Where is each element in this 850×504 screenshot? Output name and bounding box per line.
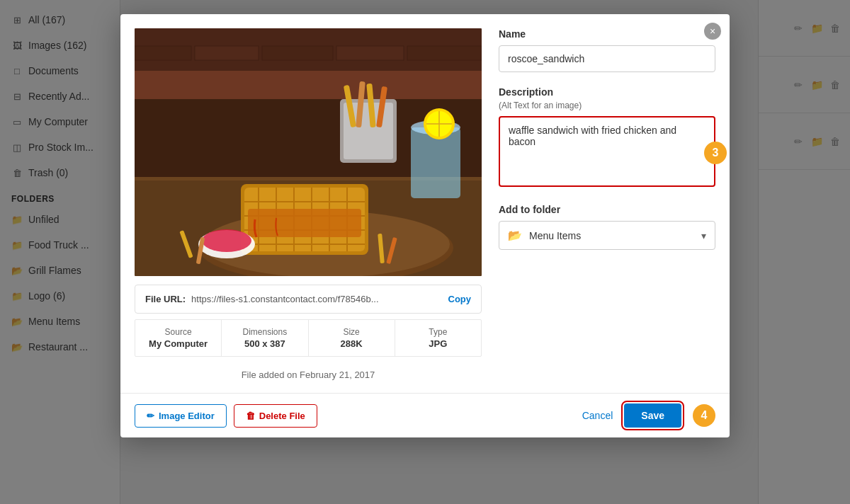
image-editor-button[interactable]: ✏ Image Editor bbox=[135, 404, 227, 428]
footer-left-actions: ✏ Image Editor 🗑 Delete File bbox=[135, 404, 317, 428]
meta-type: Type JPG bbox=[395, 320, 481, 356]
delete-file-button[interactable]: 🗑 Delete File bbox=[234, 404, 317, 428]
type-label: Type bbox=[404, 327, 472, 337]
folder-select-text: Menu Items bbox=[529, 230, 694, 241]
folder-select-wrapper[interactable]: 📂 Menu Items ▾ bbox=[499, 221, 715, 250]
close-icon: × bbox=[710, 25, 715, 37]
size-label: Size bbox=[317, 327, 386, 337]
save-button[interactable]: Save bbox=[624, 403, 681, 428]
description-textarea-wrapper: waffle sandwich with fried chicken and b… bbox=[499, 116, 715, 190]
meta-dimensions: Dimensions 500 x 387 bbox=[222, 320, 308, 356]
meta-size: Size 288K bbox=[309, 320, 395, 356]
folder-select-icon: 📂 bbox=[508, 229, 522, 242]
svg-rect-42 bbox=[135, 28, 482, 71]
modal-right-panel: Name Description (Alt Text for an image)… bbox=[499, 28, 715, 386]
dimensions-label: Dimensions bbox=[230, 327, 299, 337]
food-image bbox=[135, 28, 482, 276]
step-4-badge: 4 bbox=[693, 404, 715, 427]
folder-field-label: Add to folder bbox=[499, 204, 715, 215]
type-value: JPG bbox=[404, 338, 472, 349]
step-3-badge: 3 bbox=[704, 142, 727, 164]
food-image-svg bbox=[135, 28, 482, 276]
modal: × bbox=[120, 14, 730, 437]
delete-icon: 🗑 bbox=[246, 411, 255, 421]
file-url-label: File URL: bbox=[145, 294, 186, 304]
image-editor-label: Image Editor bbox=[159, 411, 215, 421]
svg-rect-35 bbox=[248, 209, 361, 237]
food-image-container bbox=[135, 28, 482, 276]
file-url-row: File URL: https://files-s1.constantconta… bbox=[135, 285, 482, 314]
name-field-label: Name bbox=[499, 28, 715, 40]
source-label: Source bbox=[144, 327, 212, 337]
modal-close-button[interactable]: × bbox=[704, 23, 721, 40]
file-url-value: https://files-s1.constantcontact.com/f78… bbox=[191, 294, 442, 304]
modal-body: File URL: https://files-s1.constantconta… bbox=[120, 14, 730, 386]
name-input[interactable] bbox=[499, 45, 715, 72]
modal-left-panel: File URL: https://files-s1.constantconta… bbox=[135, 28, 482, 386]
description-field-label: Description bbox=[499, 86, 715, 98]
alt-text-hint: (Alt Text for an image) bbox=[499, 101, 715, 110]
footer-right-actions: Cancel Save 4 bbox=[582, 403, 715, 428]
size-value: 288K bbox=[317, 338, 386, 349]
chevron-down-icon: ▾ bbox=[701, 230, 706, 241]
file-meta-row: Source My Computer Dimensions 500 x 387 … bbox=[135, 319, 482, 357]
meta-source: Source My Computer bbox=[135, 320, 222, 356]
modal-overlay: × bbox=[0, 0, 850, 504]
dimensions-value: 500 x 387 bbox=[230, 338, 299, 349]
image-editor-icon: ✏ bbox=[147, 411, 154, 421]
delete-file-label: Delete File bbox=[259, 411, 305, 421]
copy-button[interactable]: Copy bbox=[448, 294, 472, 304]
modal-footer: ✏ Image Editor 🗑 Delete File Cancel Save… bbox=[120, 393, 730, 437]
svg-point-37 bbox=[202, 229, 251, 252]
description-textarea[interactable]: waffle sandwich with fried chicken and b… bbox=[499, 116, 715, 187]
file-added-text: File added on February 21, 2017 bbox=[135, 364, 482, 386]
cancel-button[interactable]: Cancel bbox=[582, 410, 613, 421]
source-value: My Computer bbox=[144, 338, 212, 349]
